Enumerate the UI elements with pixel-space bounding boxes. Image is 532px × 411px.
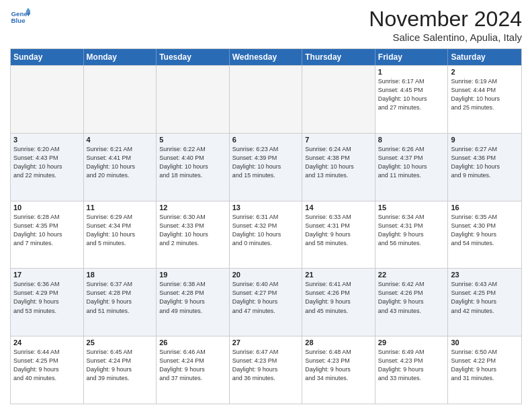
cal-cell: 20Sunrise: 6:40 AMSunset: 4:27 PMDayligh… — [230, 269, 303, 336]
day-number: 14 — [305, 203, 372, 212]
day-number: 18 — [87, 271, 154, 279]
day-info: Sunrise: 6:47 AMSunset: 4:23 PMDaylight:… — [232, 348, 300, 383]
header-friday: Friday — [375, 49, 449, 65]
day-info: Sunrise: 6:40 AMSunset: 4:27 PMDaylight:… — [232, 280, 300, 315]
day-number: 8 — [378, 136, 445, 144]
day-info: Sunrise: 6:24 AMSunset: 4:38 PMDaylight:… — [305, 145, 372, 180]
day-number: 20 — [232, 271, 300, 279]
day-number: 15 — [378, 203, 445, 212]
day-info: Sunrise: 6:29 AMSunset: 4:34 PMDaylight:… — [87, 213, 154, 248]
day-info: Sunrise: 6:46 AMSunset: 4:24 PMDaylight:… — [159, 348, 226, 383]
day-info: Sunrise: 6:21 AMSunset: 4:41 PMDaylight:… — [87, 145, 154, 180]
cal-cell: 8Sunrise: 6:26 AMSunset: 4:37 PMDaylight… — [375, 134, 449, 201]
cal-cell: 24Sunrise: 6:44 AMSunset: 4:25 PMDayligh… — [11, 336, 84, 404]
day-number: 28 — [305, 338, 372, 347]
cal-cell: 27Sunrise: 6:47 AMSunset: 4:23 PMDayligh… — [230, 336, 303, 404]
cal-cell — [302, 66, 375, 133]
day-number: 6 — [232, 136, 300, 144]
day-info: Sunrise: 6:20 AMSunset: 4:43 PMDaylight:… — [13, 145, 81, 180]
main-container: General Blue November 2024 Salice Salent… — [0, 0, 532, 411]
svg-marker-2 — [26, 8, 30, 11]
day-number: 12 — [159, 203, 226, 212]
cal-cell: 1Sunrise: 6:17 AMSunset: 4:45 PMDaylight… — [375, 66, 449, 133]
day-info: Sunrise: 6:26 AMSunset: 4:37 PMDaylight:… — [378, 145, 445, 180]
calendar-body: 1Sunrise: 6:17 AMSunset: 4:45 PMDaylight… — [11, 65, 521, 404]
cal-cell: 3Sunrise: 6:20 AMSunset: 4:43 PMDaylight… — [11, 134, 84, 201]
cal-cell: 21Sunrise: 6:41 AMSunset: 4:26 PMDayligh… — [302, 269, 375, 336]
day-info: Sunrise: 6:27 AMSunset: 4:36 PMDaylight:… — [451, 145, 519, 180]
cal-cell: 6Sunrise: 6:23 AMSunset: 4:39 PMDaylight… — [230, 134, 303, 201]
month-title: November 2024 — [369, 7, 522, 32]
day-number: 10 — [13, 203, 81, 212]
day-number: 3 — [13, 136, 81, 144]
day-info: Sunrise: 6:33 AMSunset: 4:31 PMDaylight:… — [305, 213, 372, 248]
calendar-header: Sunday Monday Tuesday Wednesday Thursday… — [11, 49, 521, 65]
cal-row-1: 3Sunrise: 6:20 AMSunset: 4:43 PMDaylight… — [11, 133, 521, 201]
day-number: 17 — [13, 271, 81, 279]
logo-icon: General Blue — [10, 7, 30, 27]
svg-text:Blue: Blue — [11, 17, 26, 24]
header-monday: Monday — [84, 49, 157, 65]
day-number: 13 — [232, 203, 300, 212]
cal-cell: 9Sunrise: 6:27 AMSunset: 4:36 PMDaylight… — [448, 134, 521, 201]
day-info: Sunrise: 6:48 AMSunset: 4:23 PMDaylight:… — [305, 348, 372, 383]
cal-row-4: 24Sunrise: 6:44 AMSunset: 4:25 PMDayligh… — [11, 336, 521, 404]
day-number: 5 — [159, 136, 226, 144]
cal-cell — [11, 66, 84, 133]
calendar: Sunday Monday Tuesday Wednesday Thursday… — [10, 48, 522, 404]
day-number: 16 — [451, 203, 519, 212]
day-info: Sunrise: 6:34 AMSunset: 4:31 PMDaylight:… — [378, 213, 445, 248]
day-number: 25 — [87, 338, 154, 347]
cal-cell: 16Sunrise: 6:35 AMSunset: 4:30 PMDayligh… — [448, 201, 521, 269]
cal-cell: 11Sunrise: 6:29 AMSunset: 4:34 PMDayligh… — [84, 201, 157, 269]
cal-cell: 29Sunrise: 6:49 AMSunset: 4:23 PMDayligh… — [375, 336, 449, 404]
day-info: Sunrise: 6:22 AMSunset: 4:40 PMDaylight:… — [159, 145, 226, 180]
cal-row-2: 10Sunrise: 6:28 AMSunset: 4:35 PMDayligh… — [11, 201, 521, 269]
cal-cell: 14Sunrise: 6:33 AMSunset: 4:31 PMDayligh… — [302, 201, 375, 269]
day-number: 22 — [378, 271, 445, 279]
cal-cell — [84, 66, 157, 133]
logo: General Blue — [10, 7, 30, 27]
title-block: November 2024 Salice Salentino, Apulia, … — [369, 7, 522, 43]
day-number: 4 — [87, 136, 154, 144]
day-info: Sunrise: 6:17 AMSunset: 4:45 PMDaylight:… — [378, 77, 445, 112]
header: General Blue November 2024 Salice Salent… — [10, 7, 522, 43]
cal-cell: 7Sunrise: 6:24 AMSunset: 4:38 PMDaylight… — [302, 134, 375, 201]
day-number: 27 — [232, 338, 300, 347]
cal-cell: 23Sunrise: 6:43 AMSunset: 4:25 PMDayligh… — [448, 269, 521, 336]
cal-cell — [230, 66, 303, 133]
cal-cell: 30Sunrise: 6:50 AMSunset: 4:22 PMDayligh… — [448, 336, 521, 404]
cal-cell: 17Sunrise: 6:36 AMSunset: 4:29 PMDayligh… — [11, 269, 84, 336]
svg-marker-3 — [26, 11, 30, 15]
cal-cell: 10Sunrise: 6:28 AMSunset: 4:35 PMDayligh… — [11, 201, 84, 269]
day-number: 1 — [378, 68, 445, 76]
cal-cell: 19Sunrise: 6:38 AMSunset: 4:28 PMDayligh… — [157, 269, 230, 336]
day-info: Sunrise: 6:19 AMSunset: 4:44 PMDaylight:… — [451, 77, 519, 112]
day-info: Sunrise: 6:28 AMSunset: 4:35 PMDaylight:… — [13, 213, 81, 248]
cal-cell: 26Sunrise: 6:46 AMSunset: 4:24 PMDayligh… — [157, 336, 230, 404]
day-number: 23 — [451, 271, 519, 279]
day-info: Sunrise: 6:23 AMSunset: 4:39 PMDaylight:… — [232, 145, 300, 180]
day-info: Sunrise: 6:45 AMSunset: 4:24 PMDaylight:… — [87, 348, 154, 383]
cal-cell: 22Sunrise: 6:42 AMSunset: 4:26 PMDayligh… — [375, 269, 449, 336]
cal-cell: 2Sunrise: 6:19 AMSunset: 4:44 PMDaylight… — [448, 66, 521, 133]
day-info: Sunrise: 6:43 AMSunset: 4:25 PMDaylight:… — [451, 280, 519, 315]
day-info: Sunrise: 6:50 AMSunset: 4:22 PMDaylight:… — [451, 348, 519, 383]
cal-cell — [157, 66, 230, 133]
cal-cell: 28Sunrise: 6:48 AMSunset: 4:23 PMDayligh… — [302, 336, 375, 404]
cal-cell: 4Sunrise: 6:21 AMSunset: 4:41 PMDaylight… — [84, 134, 157, 201]
cal-cell: 5Sunrise: 6:22 AMSunset: 4:40 PMDaylight… — [157, 134, 230, 201]
cal-cell: 12Sunrise: 6:30 AMSunset: 4:33 PMDayligh… — [157, 201, 230, 269]
day-number: 29 — [378, 338, 445, 347]
day-info: Sunrise: 6:35 AMSunset: 4:30 PMDaylight:… — [451, 213, 519, 248]
cal-cell: 18Sunrise: 6:37 AMSunset: 4:28 PMDayligh… — [84, 269, 157, 336]
header-saturday: Saturday — [448, 49, 521, 65]
day-info: Sunrise: 6:42 AMSunset: 4:26 PMDaylight:… — [378, 280, 445, 315]
day-info: Sunrise: 6:30 AMSunset: 4:33 PMDaylight:… — [159, 213, 226, 248]
cal-cell: 25Sunrise: 6:45 AMSunset: 4:24 PMDayligh… — [84, 336, 157, 404]
day-number: 21 — [305, 271, 372, 279]
day-number: 11 — [87, 203, 154, 212]
day-number: 19 — [159, 271, 226, 279]
day-number: 26 — [159, 338, 226, 347]
location-title: Salice Salentino, Apulia, Italy — [369, 32, 522, 43]
